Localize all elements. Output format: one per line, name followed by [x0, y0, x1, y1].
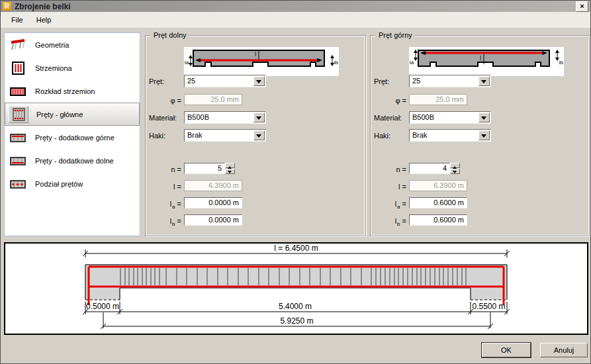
bar-division-icon: [9, 176, 27, 192]
mini-dim-lb: lb: [334, 60, 339, 66]
material-label: Materiał:: [374, 112, 407, 124]
l-label: l =: [146, 181, 181, 193]
stirrup-distribution-icon: [9, 83, 27, 99]
spin-up-button[interactable]: [450, 163, 460, 168]
n-label: n =: [146, 163, 181, 175]
sidebar: Geometria Strzemiona: [4, 32, 140, 236]
mini-dim-l: l: [255, 51, 256, 58]
beam-section-diagram-top: l la lb: [409, 47, 564, 76]
dim-label-overall: 5.9250 m: [280, 316, 313, 326]
additional-top-bars-icon: [9, 130, 27, 146]
pret-select-value: 25: [412, 77, 420, 85]
chevron-down-icon[interactable]: [478, 130, 490, 140]
sidebar-item-label: Geometria: [35, 41, 69, 49]
sidebar-item-strzemiona[interactable]: Strzemiona: [5, 56, 140, 79]
lb-input[interactable]: 0.0000 m: [184, 214, 242, 226]
pret-label: Pręt:: [149, 75, 182, 87]
group-pret-gorny: Pręt górny l la lb Pręt: 25 φ = 25.0 mm …: [370, 35, 590, 236]
sidebar-item-podzial-pretow[interactable]: Podział prętów: [5, 172, 140, 195]
ok-button[interactable]: OK: [482, 343, 531, 357]
sidebar-item-label: Pręty - dodatkowe dolne: [35, 157, 114, 165]
la-label: la=: [146, 198, 181, 213]
beam-elevation-drawing: l = 6.4500 m0.5000 m5.4000 m0.5500 m5.92…: [5, 244, 587, 334]
sidebar-item-rozklad-strzemion[interactable]: Rozkład strzemion: [5, 79, 140, 103]
l-field: 6.3900 m: [184, 180, 242, 191]
sidebar-item-label: Strzemiona: [35, 64, 72, 72]
phi-label: φ =: [146, 95, 181, 107]
cancel-button[interactable]: Anuluj: [540, 343, 588, 357]
haki-select[interactable]: Brak: [184, 129, 266, 142]
sidebar-item-geometria[interactable]: Geometria: [5, 33, 140, 56]
window-title: Zbrojenie belki: [15, 2, 71, 11]
sidebar-item-prety-dodatkowe-gorne[interactable]: Pręty - dodatkowe górne: [5, 126, 140, 149]
haki-select-value: Brak: [412, 131, 428, 139]
lb-input[interactable]: 0.6000 m: [409, 214, 467, 226]
chevron-down-icon[interactable]: [253, 76, 265, 86]
mini-dim-lb: lb: [559, 60, 564, 66]
l-field: 6.3900 m: [409, 180, 467, 191]
n-stepper: [225, 163, 235, 174]
chevron-down-icon[interactable]: [253, 130, 265, 140]
geometry-icon: [9, 37, 27, 53]
dim-label-middle: 5.4000 m: [279, 302, 312, 311]
menu-bar: File Help: [1, 12, 590, 28]
chevron-down-icon[interactable]: [253, 113, 265, 122]
lb-label: lb=: [146, 215, 181, 230]
dim-label-total: l = 6.4500 m: [274, 244, 318, 253]
menu-file[interactable]: File: [5, 14, 30, 26]
dim-label-left: 0.5000 m: [86, 302, 119, 311]
mini-dim-la: la: [185, 60, 189, 66]
n-input[interactable]: 5: [184, 163, 225, 174]
haki-select[interactable]: Brak: [409, 129, 491, 142]
sidebar-item-label: Rozkład strzemion: [35, 87, 95, 95]
additional-bottom-bars-icon: [9, 153, 27, 169]
dim-label-right: 0.5500 m: [472, 302, 505, 311]
sidebar-item-prety-glowne[interactable]: Pręty - główne: [5, 103, 140, 126]
pret-select-value: 25: [187, 77, 195, 85]
group-pret-dolny: Pręt dolny l la lb Pręt: 25 φ = 25.0 mm …: [145, 35, 366, 236]
main-bars-icon: [9, 106, 28, 123]
material-select[interactable]: B500B: [409, 111, 491, 124]
chevron-down-icon[interactable]: [478, 76, 490, 86]
haki-label: Haki:: [149, 130, 182, 142]
haki-select-value: Brak: [187, 131, 203, 139]
la-input[interactable]: 0.0000 m: [184, 197, 242, 208]
title-bar[interactable]: R Zbrojenie belki ×: [1, 1, 590, 12]
n-stepper: [450, 163, 460, 174]
spin-up-button[interactable]: [225, 163, 235, 168]
la-label: la=: [371, 198, 406, 213]
close-button[interactable]: ×: [576, 1, 588, 12]
menu-help[interactable]: Help: [30, 14, 58, 26]
la-input[interactable]: 0.6000 m: [409, 197, 467, 208]
spin-down-button[interactable]: [450, 169, 460, 174]
pret-select[interactable]: 25: [409, 75, 491, 87]
sidebar-item-label: Pręty - dodatkowe górne: [35, 134, 114, 142]
beam-section-diagram-bottom: l la lb: [184, 47, 339, 76]
pret-label: Pręt:: [374, 75, 407, 87]
pret-select[interactable]: 25: [184, 75, 266, 87]
group-title: Pręt górny: [376, 30, 415, 40]
close-icon: ×: [580, 2, 584, 10]
haki-label: Haki:: [374, 130, 407, 142]
dialog-window: R Zbrojenie belki × File Help Geometria: [0, 0, 591, 364]
sidebar-item-label: Pręty - główne: [36, 111, 83, 118]
material-select-value: B500B: [187, 113, 209, 121]
app-logo-icon: R: [3, 2, 11, 11]
spin-down-button[interactable]: [225, 169, 235, 174]
lb-label: lb=: [371, 215, 406, 230]
sidebar-item-label: Podział prętów: [35, 180, 83, 188]
beam-elevation-panel: l = 6.4500 m0.5000 m5.4000 m0.5500 m5.92…: [4, 242, 588, 335]
group-title: Pręt dolny: [151, 30, 189, 40]
mini-dim-la: la: [410, 60, 414, 66]
chevron-down-icon[interactable]: [478, 113, 490, 122]
n-label: n =: [371, 163, 406, 175]
material-select[interactable]: B500B: [184, 111, 266, 124]
sidebar-item-prety-dodatkowe-dolne[interactable]: Pręty - dodatkowe dolne: [5, 149, 140, 172]
phi-field: 25.0 mm: [184, 94, 242, 105]
n-input[interactable]: 4: [409, 163, 450, 174]
phi-label: φ =: [371, 95, 406, 107]
mini-dim-l: l: [480, 55, 481, 62]
material-label: Materiał:: [149, 112, 182, 124]
material-select-value: B500B: [412, 113, 434, 121]
stirrups-icon: [9, 60, 27, 76]
